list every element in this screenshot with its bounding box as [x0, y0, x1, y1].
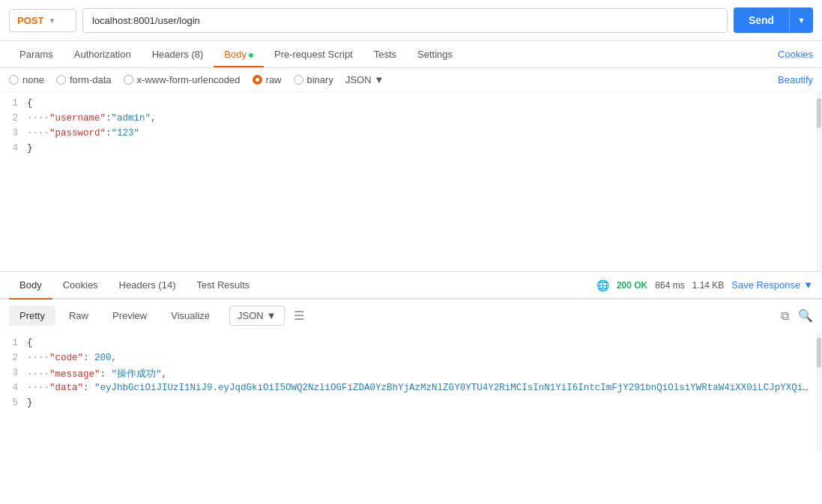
tab-params[interactable]: Params	[9, 41, 64, 67]
response-tab-cookies[interactable]: Cookies	[52, 272, 109, 298]
response-line-2: 2 ····"code": 200,	[0, 353, 822, 368]
radio-binary[interactable]: binary	[294, 74, 333, 85]
response-line-4: 4 ····"data": "eyJhbGciOiJIUzI1NiJ9.eyJq…	[0, 383, 822, 398]
line-content-3: ····"password":"123"	[27, 128, 822, 139]
tab-settings-label: Settings	[417, 49, 453, 60]
response-line-3: 3 ····"message": "操作成功",	[0, 368, 822, 383]
response-tabs-bar: Body Cookies Headers (14) Test Results 🌐…	[0, 272, 822, 300]
response-body-editor[interactable]: 1 { 2 ····"code": 200, 3 ····"message": …	[0, 332, 822, 452]
response-sub-tabs-bar: Pretty Raw Preview Visualize JSON ▼ ☰ ⧉ …	[0, 300, 822, 332]
radio-raw-label: raw	[266, 74, 282, 85]
response-size: 1.14 KB	[692, 280, 725, 291]
radio-none-circle	[9, 75, 19, 85]
tab-tests-label: Tests	[374, 49, 396, 60]
response-sub-tab-preview[interactable]: Preview	[102, 306, 157, 326]
tab-headers[interactable]: Headers (8)	[142, 41, 214, 67]
line-content-4: }	[27, 143, 822, 154]
resp-line-content-5: }	[27, 398, 822, 408]
line-num-4: 4	[0, 143, 27, 154]
response-json-dropdown[interactable]: JSON ▼	[229, 306, 285, 326]
filter-icon[interactable]: ☰	[294, 309, 304, 323]
resp-line-num-4: 4	[0, 383, 27, 393]
tab-settings[interactable]: Settings	[407, 41, 463, 67]
request-tabs-bar: Params Authorization Headers (8) Body Pr…	[0, 41, 822, 68]
request-scrollbar-track	[816, 92, 822, 271]
radio-none-label: none	[22, 74, 44, 85]
resp-line-num-1: 1	[0, 338, 27, 348]
resp-line-num-3: 3	[0, 368, 27, 378]
request-scrollbar-thumb[interactable]	[817, 98, 821, 128]
request-line-3: 3 ····"password":"123"	[0, 128, 822, 143]
radio-raw[interactable]: raw	[253, 74, 282, 85]
radio-form-data-label: form-data	[70, 74, 112, 85]
body-dot	[249, 53, 253, 58]
radio-urlencoded-circle	[124, 75, 133, 85]
send-chevron-icon[interactable]: ▼	[789, 9, 813, 31]
line-num-1: 1	[0, 98, 27, 109]
tab-prerequest[interactable]: Pre-request Script	[264, 41, 363, 67]
tab-prerequest-label: Pre-request Script	[274, 49, 353, 60]
response-line-5: 5 }	[0, 398, 822, 413]
radio-urlencoded[interactable]: x-www-form-urlencoded	[124, 74, 241, 85]
send-label: Send	[734, 7, 789, 33]
line-num-2: 2	[0, 113, 27, 124]
response-time: 864 ms	[655, 280, 684, 291]
radio-urlencoded-label: x-www-form-urlencoded	[137, 74, 241, 85]
method-dropdown[interactable]: POST ▼	[9, 9, 76, 32]
response-scrollbar-track	[816, 332, 822, 452]
request-line-1: 1 {	[0, 98, 822, 113]
method-label: POST	[17, 15, 43, 26]
sub-tab-raw-label: Raw	[69, 310, 88, 321]
response-status: 200 OK	[617, 280, 647, 291]
line-content-1: {	[27, 98, 822, 109]
line-content-2: ····"username":"admin",	[27, 113, 822, 124]
tab-authorization[interactable]: Authorization	[64, 41, 142, 67]
radio-form-data-circle	[56, 75, 66, 85]
sub-tab-preview-label: Preview	[112, 310, 147, 321]
radio-binary-circle	[294, 75, 303, 85]
response-sub-tab-raw[interactable]: Raw	[58, 306, 99, 326]
save-response-chevron-icon: ▼	[803, 279, 813, 291]
save-response-label: Save Response	[731, 279, 800, 291]
resp-line-content-3: ····"message": "操作成功",	[27, 368, 822, 380]
response-tab-headers[interactable]: Headers (14)	[109, 272, 187, 298]
method-chevron-icon: ▼	[48, 16, 55, 25]
radio-none[interactable]: none	[9, 74, 44, 85]
sub-tab-visualize-label: Visualize	[171, 310, 210, 321]
resp-line-num-2: 2	[0, 353, 27, 363]
radio-form-data[interactable]: form-data	[56, 74, 112, 85]
tab-body-label: Body	[224, 49, 247, 60]
tab-params-label: Params	[19, 49, 53, 60]
json-type-dropdown[interactable]: JSON ▼	[345, 74, 384, 85]
response-sub-tab-visualize[interactable]: Visualize	[160, 306, 220, 326]
save-response-button[interactable]: Save Response ▼	[731, 279, 813, 291]
radio-binary-label: binary	[307, 74, 333, 85]
response-meta: 🌐 200 OK 864 ms 1.14 KB Save Response ▼	[596, 279, 813, 291]
request-body-editor[interactable]: 1 { 2 ····"username":"admin", 3 ····"pas…	[0, 92, 822, 272]
cookies-link[interactable]: Cookies	[778, 49, 813, 60]
response-tab-cookies-label: Cookies	[63, 279, 98, 291]
resp-line-content-4: ····"data": "eyJhbGciOiJIUzI1NiJ9.eyJqdG…	[27, 383, 819, 393]
tab-tests[interactable]: Tests	[363, 41, 407, 67]
sub-tab-pretty-label: Pretty	[19, 310, 45, 321]
tab-body[interactable]: Body	[214, 41, 264, 67]
send-button[interactable]: Send ▼	[734, 7, 813, 33]
body-options-bar: none form-data x-www-form-urlencoded raw…	[0, 68, 822, 92]
resp-line-content-1: {	[27, 338, 822, 348]
url-input[interactable]	[82, 8, 728, 33]
tab-headers-label: Headers (8)	[152, 49, 204, 60]
response-tab-test-results-label: Test Results	[196, 279, 250, 291]
response-tab-body[interactable]: Body	[9, 272, 52, 298]
response-tab-test-results[interactable]: Test Results	[186, 272, 260, 298]
response-tab-headers-label: Headers (14)	[119, 279, 176, 291]
response-scrollbar-thumb[interactable]	[817, 338, 821, 368]
response-json-chevron-icon: ▼	[267, 310, 276, 321]
request-line-4: 4 }	[0, 143, 822, 158]
copy-icon[interactable]: ⧉	[781, 309, 789, 323]
search-icon[interactable]: 🔍	[798, 309, 813, 323]
json-type-label: JSON	[345, 74, 372, 85]
response-tab-body-label: Body	[19, 279, 42, 291]
request-line-2: 2 ····"username":"admin",	[0, 113, 822, 128]
beautify-button[interactable]: Beautify	[778, 74, 813, 85]
response-sub-tab-pretty[interactable]: Pretty	[9, 306, 55, 326]
